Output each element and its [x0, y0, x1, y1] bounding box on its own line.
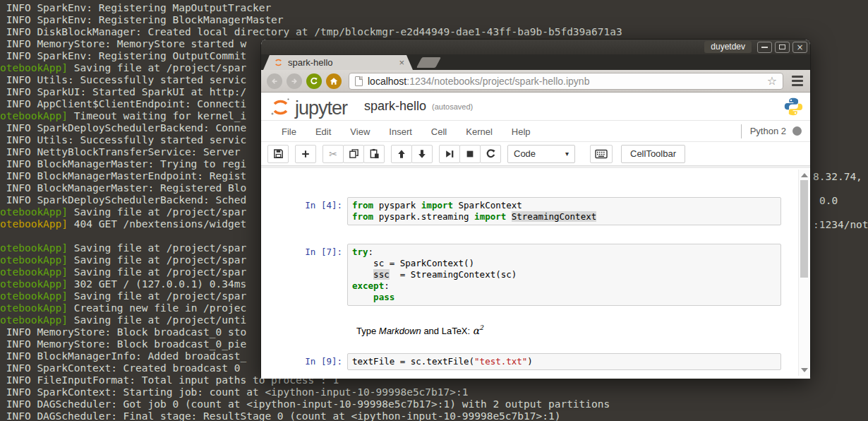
- notebook-title[interactable]: spark-hello: [364, 99, 426, 114]
- tab-bar: spark-hello ×: [261, 54, 810, 70]
- jupyter-toolbar: ✂: [261, 142, 810, 165]
- menu-help[interactable]: Help: [512, 126, 531, 137]
- tab-title: spark-hello: [288, 57, 394, 68]
- jupyter-logo-icon: [268, 95, 292, 119]
- url-path: :1234/notebooks/project/spark-hello.ipyn…: [406, 76, 589, 87]
- menu-view[interactable]: View: [350, 126, 370, 137]
- move-down-button[interactable]: [411, 145, 433, 163]
- markdown-cell-placeholder[interactable]: Type Markdown and LaTeX: α2: [356, 324, 797, 336]
- url-text: localhost:1234/notebooks/project/spark-h…: [368, 76, 762, 87]
- command-palette-button[interactable]: [590, 145, 613, 163]
- reload-icon: [309, 76, 319, 86]
- browser-window: duyetdev × spark-hello ×: [260, 39, 811, 378]
- cut-cell-button[interactable]: ✂: [323, 145, 344, 163]
- arrow-right-icon: [289, 76, 299, 86]
- close-button[interactable]: ×: [792, 42, 807, 53]
- terminal-line: INFO SparkEnv: Registering MapOutputTrac…: [0, 2, 622, 14]
- menu-kernel[interactable]: Kernel: [466, 126, 493, 137]
- cell-prompt: In [4]:: [261, 197, 347, 225]
- jupyter-logo[interactable]: jupyter: [268, 95, 347, 119]
- menu-file[interactable]: File: [282, 126, 296, 137]
- cell-input[interactable]: textFile = sc.textFile("test.txt"): [347, 353, 781, 370]
- url-bar[interactable]: localhost:1234/notebooks/project/spark-h…: [349, 73, 783, 90]
- arrow-left-icon: [270, 76, 279, 86]
- kernel-name: Python 2: [750, 126, 786, 136]
- jupyter-brand-text: jupyter: [295, 97, 347, 119]
- cut-icon: ✂: [329, 148, 337, 160]
- code-cell[interactable]: In [4]:from pyspark import SparkContextf…: [261, 197, 797, 225]
- scroll-down-button[interactable]: [801, 368, 808, 372]
- python-logo-icon: [783, 97, 803, 119]
- step-forward-icon: [445, 149, 454, 159]
- scrollbar-thumb[interactable]: [800, 180, 808, 278]
- cell-type-dropdown[interactable]: Code ▾: [507, 145, 575, 163]
- menu-cell[interactable]: Cell: [431, 126, 447, 137]
- browser-tab[interactable]: spark-hello ×: [263, 55, 413, 70]
- restart-kernel-button[interactable]: [480, 145, 501, 163]
- run-cell-button[interactable]: [439, 145, 460, 163]
- terminal-line: INFO DiskBlockManager: Created local dir…: [0, 26, 622, 38]
- arrow-up-icon: [397, 149, 406, 159]
- keyboard-icon: [595, 149, 608, 159]
- menu-insert[interactable]: Insert: [389, 126, 412, 137]
- notebook-scrollbar[interactable]: [798, 170, 809, 376]
- new-tab-button[interactable]: [416, 57, 441, 68]
- cell-input[interactable]: from pyspark import SparkContextfrom pys…: [347, 197, 781, 225]
- save-button[interactable]: [267, 145, 289, 163]
- reload-button[interactable]: [306, 73, 322, 89]
- save-icon: [273, 148, 284, 159]
- move-up-button[interactable]: [391, 145, 412, 163]
- cell-type-value: Code: [514, 148, 536, 159]
- cell-prompt: In [7]:: [261, 244, 347, 306]
- add-cell-button[interactable]: [295, 145, 316, 163]
- scroll-up-button[interactable]: [801, 173, 808, 177]
- page-icon: [355, 76, 363, 86]
- jupyter-page: jupyter spark-hello (autosaved) FileEdit…: [261, 93, 810, 379]
- stop-kernel-button[interactable]: [459, 145, 481, 163]
- plus-icon: [301, 149, 311, 159]
- autosave-status: (autosaved): [432, 102, 473, 111]
- copy-icon: [349, 148, 359, 159]
- jupyter-header: jupyter spark-hello (autosaved): [261, 93, 810, 121]
- copy-cell-button[interactable]: [343, 145, 364, 163]
- jupyter-spinner-icon: [273, 57, 284, 68]
- code-cell[interactable]: In [7]:try: sc = SparkContext() ssc = St…: [261, 244, 797, 306]
- minimize-button[interactable]: [757, 42, 772, 53]
- paste-icon: [369, 148, 380, 159]
- tab-close-icon[interactable]: ×: [399, 57, 404, 68]
- paste-cell-button[interactable]: [363, 145, 385, 163]
- browser-menu-button[interactable]: [790, 74, 804, 88]
- window-user-label: duyetdev: [704, 41, 752, 53]
- maximize-button[interactable]: [775, 42, 790, 53]
- restart-icon: [486, 148, 496, 159]
- code-cell[interactable]: In [9]:textFile = sc.textFile("test.txt"…: [261, 353, 797, 370]
- terminal-fragment: :1234/not: [813, 219, 868, 231]
- chevron-down-icon: ▾: [565, 150, 569, 158]
- jupyter-menubar: FileEditViewInsertCellKernelHelp Python …: [261, 121, 810, 142]
- cell-prompt: In [9]:: [261, 353, 347, 370]
- terminal-fragment: 0.0: [819, 195, 838, 207]
- bookmark-star-icon[interactable]: ☆: [767, 74, 777, 88]
- kernel-status-icon: [792, 126, 802, 136]
- terminal-line: INFO DAGScheduler: Got job 0 (count at <…: [0, 398, 622, 410]
- minimize-icon: [761, 47, 768, 48]
- back-button[interactable]: [267, 73, 282, 89]
- terminal-line: INFO SparkEnv: Registering BlockManagerM…: [0, 14, 622, 26]
- menu-edit[interactable]: Edit: [315, 126, 331, 137]
- home-button[interactable]: [326, 73, 342, 89]
- url-host: localhost: [368, 76, 406, 87]
- terminal-line: INFO SparkContext: Starting job: count a…: [0, 386, 622, 398]
- kernel-indicator: Python 2: [741, 124, 802, 138]
- terminal-line: INFO DAGScheduler: Final stage: ResultSt…: [0, 410, 622, 421]
- window-titlebar[interactable]: duyetdev ×: [261, 40, 810, 54]
- terminal-fragment: 8.32.74,: [813, 171, 862, 183]
- forward-button[interactable]: [287, 73, 302, 89]
- stop-icon: [465, 149, 475, 159]
- home-icon: [329, 76, 339, 86]
- desktop: INFO SparkEnv: Registering MapOutputTrac…: [0, 0, 868, 421]
- cell-input[interactable]: try: sc = SparkContext() ssc = Streaming…: [347, 244, 781, 306]
- browser-nav-toolbar: localhost:1234/notebooks/project/spark-h…: [261, 70, 810, 93]
- notebook-area: In [4]:from pyspark import SparkContextf…: [261, 168, 810, 377]
- close-icon: ×: [796, 44, 803, 51]
- cell-toolbar-button[interactable]: CellToolbar: [621, 145, 685, 163]
